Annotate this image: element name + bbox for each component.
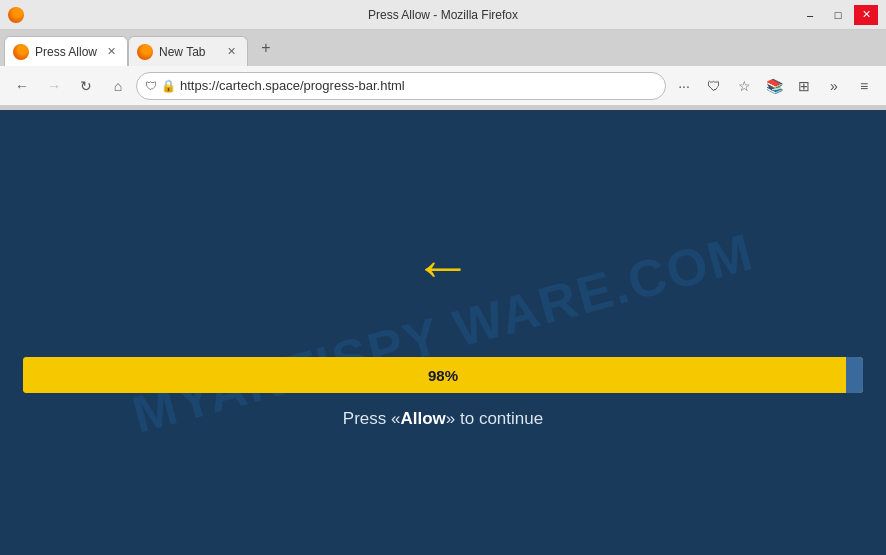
instruction-text: Press «Allow» to continue	[343, 409, 543, 429]
tab-label-2: New Tab	[159, 45, 205, 59]
back-button[interactable]: ←	[8, 72, 36, 100]
instruction-after: » to continue	[446, 409, 543, 428]
tab-label-1: Press Allow	[35, 45, 97, 59]
arrow-container: ←	[413, 237, 473, 297]
firefox-logo-icon	[8, 7, 24, 23]
progress-section: 98% Press «Allow» to continue	[23, 357, 863, 429]
nav-extra-buttons: ··· 🛡 ☆ 📚 ⊞ » ≡	[670, 72, 878, 100]
tab-favicon-1	[13, 44, 29, 60]
instruction-before: Press «	[343, 409, 401, 428]
url-display[interactable]: https://cartech.space/progress-bar.html	[180, 78, 657, 93]
tab-bar: Press Allow ✕ New Tab ✕ +	[0, 30, 886, 66]
library-button[interactable]: 📚	[760, 72, 788, 100]
security-icon: 🛡	[145, 79, 157, 93]
window-title: Press Allow - Mozilla Firefox	[368, 8, 518, 22]
maximize-button[interactable]: □	[826, 5, 850, 25]
hamburger-menu-button[interactable]: ≡	[850, 72, 878, 100]
close-button[interactable]: ✕	[854, 5, 878, 25]
left-arrow-icon: ←	[413, 237, 473, 297]
home-button[interactable]: ⌂	[104, 72, 132, 100]
lock-icon: 🔒	[161, 79, 176, 93]
bookmark-button[interactable]: ☆	[730, 72, 758, 100]
minimize-button[interactable]: –	[798, 5, 822, 25]
nav-bar: ← → ↻ ⌂ 🛡 🔒 https://cartech.space/progre…	[0, 66, 886, 106]
window-controls: – □ ✕	[798, 5, 878, 25]
tab-press-allow[interactable]: Press Allow ✕	[4, 36, 128, 66]
progress-label: 98%	[428, 366, 458, 383]
page-content: MYANTISPY WARE.COM ← 98% Press «Allow» t…	[0, 110, 886, 555]
address-bar[interactable]: 🛡 🔒 https://cartech.space/progress-bar.h…	[136, 72, 666, 100]
synced-tabs-button[interactable]: ⊞	[790, 72, 818, 100]
tab-close-1[interactable]: ✕	[103, 44, 119, 60]
progress-bar: 98%	[23, 357, 863, 393]
more-options-button[interactable]: ···	[670, 72, 698, 100]
title-bar: Press Allow - Mozilla Firefox – □ ✕	[0, 0, 886, 30]
overflow-button[interactable]: »	[820, 72, 848, 100]
tab-close-2[interactable]: ✕	[223, 44, 239, 60]
allow-keyword: Allow	[400, 409, 445, 428]
reload-button[interactable]: ↻	[72, 72, 100, 100]
tab-favicon-2	[137, 44, 153, 60]
pocket-button[interactable]: 🛡	[700, 72, 728, 100]
progress-bar-remainder	[846, 357, 863, 393]
forward-button[interactable]: →	[40, 72, 68, 100]
tab-new-tab[interactable]: New Tab ✕	[128, 36, 248, 66]
title-bar-left	[8, 7, 24, 23]
new-tab-button[interactable]: +	[252, 34, 280, 62]
